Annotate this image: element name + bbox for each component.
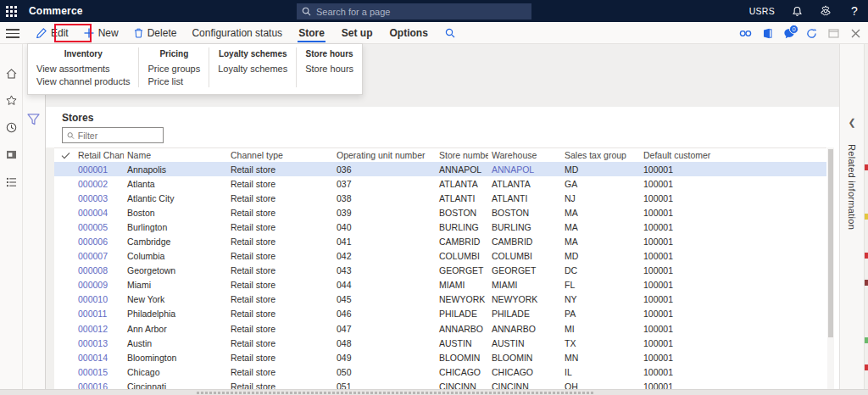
notifications-bell-icon[interactable] — [790, 4, 804, 18]
cell-warehouse: ATLANTI — [488, 193, 561, 203]
cell-default-customer: 100001 — [640, 367, 725, 377]
cell-retail-channel-id[interactable]: 000016 — [75, 381, 124, 389]
cell-retail-channel-id[interactable]: 000006 — [75, 236, 124, 247]
menu-item-loyalty-schemes[interactable]: Loyalty schemes — [216, 62, 289, 75]
table-row[interactable]: 000003Atlantic CityRetail store038ATLANT… — [46, 191, 826, 205]
page-search-box[interactable] — [297, 3, 531, 19]
cell-retail-channel-id[interactable]: 000013 — [75, 338, 124, 348]
app-window: Commerce USRS ? — [0, 0, 868, 395]
cell-retail-channel-id[interactable]: 000009 — [75, 280, 124, 290]
command-search-icon[interactable] — [437, 28, 464, 38]
status-url-smudge — [197, 392, 595, 394]
edit-button[interactable]: Edit — [29, 22, 76, 44]
settings-gear-icon[interactable] — [819, 4, 832, 18]
menu-item-price-list[interactable]: Price list — [146, 75, 202, 87]
cell-retail-channel-id[interactable]: 000011 — [75, 309, 124, 319]
close-icon[interactable] — [846, 24, 865, 42]
table-row[interactable]: 000016CincinnatiRetail store051CINCINNCI… — [46, 379, 826, 389]
refresh-icon[interactable] — [802, 24, 821, 42]
workspaces-icon[interactable] — [4, 147, 19, 162]
new-button[interactable]: New — [76, 22, 126, 44]
recent-clock-icon[interactable] — [4, 120, 19, 135]
column-header-warehouse[interactable]: Warehouse — [488, 150, 561, 160]
window-scrollbar[interactable] — [864, 44, 868, 389]
help-icon[interactable]: ? — [848, 4, 861, 18]
cell-default-customer: 100001 — [640, 251, 725, 261]
menu-item-price-groups[interactable]: Price groups — [146, 62, 202, 75]
filter-funnel-icon[interactable] — [27, 114, 40, 129]
table-row[interactable]: 000002AtlantaRetail store037ATLANTAATLAN… — [46, 176, 826, 191]
menu-item-store-hours[interactable]: Store hours — [303, 62, 355, 75]
cell-retail-channel-id[interactable]: 000008 — [75, 265, 124, 275]
hamburger-menu-icon[interactable] — [6, 26, 19, 38]
column-header-operating-unit-number[interactable]: Operating unit number — [333, 150, 436, 160]
home-icon[interactable] — [4, 66, 19, 81]
cell-warehouse: ANNARBO — [488, 324, 561, 334]
messages-icon[interactable]: 0 — [780, 24, 798, 42]
column-header-sales-tax-group[interactable]: Sales tax group — [561, 150, 640, 160]
column-header-retail-channel-id[interactable]: Retail Channel Id — [75, 150, 124, 160]
cell-retail-channel-id[interactable]: 000001 — [75, 164, 124, 175]
table-row[interactable]: 000010New YorkRetail store045NEWYORKNEWY… — [46, 292, 826, 307]
column-header-store-number[interactable]: Store number — [436, 150, 488, 160]
tab-store[interactable]: Store — [290, 22, 333, 44]
cell-retail-channel-id[interactable]: 000002 — [75, 179, 124, 189]
table-row[interactable]: 000011PhiladelphiaRetail store046PHILADE… — [46, 307, 826, 321]
table-row[interactable]: 000013AustinRetail store048AUSTINAUSTINT… — [46, 336, 826, 350]
table-row[interactable]: 000001AnnapolisRetail store036ANNAPOLANN… — [46, 162, 826, 176]
menu-item-view-assortments[interactable]: View assortments — [35, 62, 131, 75]
grid-scrollbar[interactable] — [827, 147, 834, 389]
page-search-input[interactable] — [316, 7, 526, 17]
configuration-status-button[interactable]: Configuration status — [184, 22, 290, 44]
grid-filter-input[interactable] — [78, 131, 159, 141]
table-row[interactable]: 000009MiamiRetail store044MIAMIMIAMIFL10… — [46, 278, 826, 292]
column-header-default-customer[interactable]: Default customer — [640, 150, 725, 160]
column-header-channel-type[interactable]: Channel type — [227, 150, 333, 160]
cell-retail-channel-id[interactable]: 000014 — [75, 353, 124, 363]
attach-link-icon[interactable] — [736, 24, 754, 42]
cell-retail-channel-id[interactable]: 000005 — [75, 222, 124, 232]
cell-name: Atlantic City — [124, 193, 227, 203]
cell-name: Philadelphia — [124, 309, 227, 319]
cell-retail-channel-id[interactable]: 000003 — [75, 193, 124, 203]
waffle-icon[interactable] — [0, 0, 22, 22]
menu-group-store-hours: Store hoursStore hours — [297, 47, 362, 87]
column-header-name[interactable]: Name — [124, 150, 227, 160]
table-row[interactable]: 000007ColumbiaRetail store042COLUMBICOLU… — [46, 249, 826, 264]
cell-warehouse: CINCINN — [488, 381, 561, 389]
cell-default-customer: 100001 — [640, 164, 725, 175]
delete-button[interactable]: Delete — [126, 22, 185, 44]
cell-warehouse: BURLING — [488, 222, 561, 232]
table-row[interactable]: 000004BostonRetail store039BOSTONBOSTONM… — [46, 205, 826, 220]
cell-retail-channel-id[interactable]: 000004 — [75, 208, 124, 218]
cell-sales-tax-group: MN — [561, 353, 640, 363]
grid-header-row: Retail Channel IdNameChannel typeOperati… — [46, 147, 826, 162]
cell-name: Annapolis — [124, 164, 227, 175]
cell-retail-channel-id[interactable]: 000015 — [75, 367, 124, 377]
cell-sales-tax-group: TX — [561, 338, 640, 348]
table-row[interactable]: 000015ChicagoRetail store050CHICAGOCHICA… — [46, 364, 826, 379]
favorites-star-icon[interactable] — [4, 93, 19, 108]
cell-store-number: BURLING — [436, 222, 488, 232]
cell-retail-channel-id[interactable]: 000010 — [75, 294, 124, 304]
table-row[interactable]: 000014BloomingtonRetail store049BLOOMINB… — [46, 350, 826, 364]
open-new-window-icon[interactable] — [824, 24, 843, 42]
cell-store-number: ATLANTI — [436, 193, 488, 203]
tab-set-up[interactable]: Set up — [333, 22, 381, 44]
cell-retail-channel-id[interactable]: 000007 — [75, 251, 124, 261]
table-row[interactable]: 000006CambridgeRetail store041CAMBRIDCAM… — [46, 234, 826, 248]
table-row[interactable]: 000005BurlingtonRetail store040BURLINGBU… — [46, 220, 826, 234]
menu-item-view-channel-products[interactable]: View channel products — [35, 75, 131, 87]
related-information-panel[interactable]: ❮ Related information — [839, 44, 864, 389]
user-initials[interactable]: USRS — [749, 6, 775, 16]
modules-list-icon[interactable] — [4, 175, 19, 189]
cell-retail-channel-id[interactable]: 000012 — [75, 324, 124, 334]
tab-options[interactable]: Options — [381, 22, 436, 44]
table-row[interactable]: 000012Ann ArborRetail store047ANNARBOANN… — [46, 321, 826, 336]
cell-operating-unit-number: 040 — [333, 222, 436, 232]
cell-name: Georgetown — [124, 265, 227, 275]
office-apps-icon[interactable] — [758, 24, 776, 42]
cell-channel-type: Retail store — [227, 294, 333, 304]
grid-filter-box[interactable] — [62, 127, 164, 143]
table-row[interactable]: 000008GeorgetownRetail store043GEORGETGE… — [46, 264, 826, 278]
